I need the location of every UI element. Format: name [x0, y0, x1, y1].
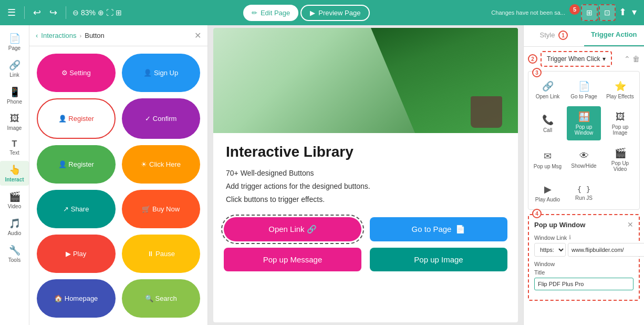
popup-video-icon: 🎬 — [615, 147, 626, 159]
action-run-js[interactable]: { } Run JS — [567, 179, 601, 207]
buy-now-button[interactable]: 🛒 Buy Now — [122, 190, 201, 228]
register-outline-button[interactable]: 👤 Register — [37, 98, 116, 139]
canvas-popup-image-button[interactable]: Pop up Image — [370, 248, 507, 271]
canvas-image — [213, 28, 518, 133]
hamburger-icon[interactable]: ☰ — [5, 5, 18, 21]
action-show-hide[interactable]: 👁 Show/Hide — [567, 143, 601, 177]
sidebar-item-page[interactable]: 📄 Page — [0, 29, 29, 54]
sidebar-item-phone[interactable]: 📱 Phone — [0, 83, 29, 108]
trigger-dropdown[interactable]: Trigger When Click ▾ — [541, 51, 612, 67]
confirm-button[interactable]: ✓ Confirm — [122, 98, 201, 139]
toolbar-action-icons: 5 ⊞ ⊡ ⬆ ▾ — [569, 4, 639, 21]
breadcrumb-parent[interactable]: Interactions — [41, 32, 76, 39]
badge-3: 3 — [532, 68, 542, 77]
popup-section-header: Pop up Window ✕ — [534, 220, 633, 229]
canvas-text-area: Interactive Library 70+ Well-designed Bu… — [213, 133, 518, 217]
main-area: 📄 Page 🔗 Link 📱 Phone 🖼 Image T Text 👆 I… — [0, 25, 644, 325]
image-icon: 🖼 — [10, 113, 19, 124]
pause-button[interactable]: ⏸ Pause — [122, 235, 201, 273]
window-link-row: https:// — [534, 243, 633, 257]
trigger-section: 2 Trigger When Click ▾ ⌃ 🗑 3 🔗 Open Li — [524, 47, 644, 309]
trigger-header-icons: ⌃ 🗑 — [624, 55, 640, 63]
action-popup-window[interactable]: 🪟 Pop up Window — [567, 106, 601, 140]
sidebar-item-tools[interactable]: 🔧 Tools — [0, 241, 29, 266]
collapse-icon[interactable]: ⌃ — [624, 55, 630, 63]
toolbar-center: ✏ Edit Page ▶ Preview Page — [126, 5, 487, 21]
url-input[interactable] — [568, 243, 644, 257]
text-icon: T — [12, 139, 17, 149]
redo-icon[interactable]: ↪ — [47, 5, 59, 21]
open-link-icon: 🔗 — [542, 80, 554, 92]
edit-icon: ✏ — [252, 9, 257, 17]
badge-2: 2 — [528, 54, 537, 64]
canvas-popup-message-button[interactable]: Pop up Message — [224, 248, 361, 271]
undo-icon[interactable]: ↩ — [31, 5, 43, 21]
tab-style[interactable]: Style 1 — [524, 25, 584, 46]
popup-window-title: Pop up Window — [534, 221, 585, 229]
title-input[interactable] — [534, 278, 633, 290]
action-call[interactable]: 📞 Call — [531, 106, 565, 140]
dropdown-arrow: ▾ — [603, 55, 606, 63]
click-here-button[interactable]: ☀ Click Here — [122, 145, 201, 184]
popup-window-icon: 🪟 — [578, 111, 590, 123]
badge-4: 4 — [532, 209, 542, 218]
zoom-in-icon[interactable]: ⊕ — [98, 8, 104, 17]
zoom-out-icon[interactable]: ⊖ — [72, 8, 79, 17]
sidebar-close-icon[interactable]: ✕ — [194, 31, 201, 40]
show-hide-icon: 👁 — [579, 150, 589, 161]
interact-icon: 👆 — [9, 164, 20, 176]
canvas-buttons-row-2: Pop up Message Pop up Image — [213, 248, 518, 271]
action-play-audio[interactable]: ▶ Play Audio — [531, 179, 565, 207]
share-icon[interactable]: ⬆ — [617, 4, 629, 21]
popup-image-icon: 🖼 — [616, 111, 625, 123]
canvas-area: Interactive Library 70+ Well-designed Bu… — [208, 25, 523, 325]
homepage-button[interactable]: 🏠 Homepage — [37, 279, 116, 318]
sidebar-header: ‹ Interactions › Button ✕ — [29, 25, 207, 46]
left-nav: 📄 Page 🔗 Link 📱 Phone 🖼 Image T Text 👆 I… — [0, 25, 29, 325]
delete-icon[interactable]: 🗑 — [632, 55, 640, 63]
action-popup-image[interactable]: 🖼 Pop up Image — [603, 106, 637, 140]
window-label: Window — [534, 261, 633, 267]
share-button[interactable]: ↗ Share — [37, 190, 116, 228]
sidebar-item-text[interactable]: T Text — [0, 136, 29, 159]
grid-icon[interactable]: ⊞ — [116, 8, 122, 17]
action-grid: 🔗 Open Link 📄 Go to Page ⭐ Play Effects … — [528, 71, 640, 210]
setting-button[interactable]: ⚙ Setting — [37, 54, 116, 92]
fit-screen-icon[interactable]: ⛶ — [106, 8, 113, 17]
edit-page-button[interactable]: ✏ Edit Page — [243, 5, 298, 21]
call-icon: 📞 — [542, 114, 554, 126]
action-popup-video[interactable]: 🎬 Pop Up Video — [603, 143, 637, 177]
action-play-effects[interactable]: ⭐ Play Effects — [603, 76, 637, 104]
canvas-go-to-page-button[interactable]: Go to Page 📄 — [370, 217, 507, 241]
divider-2 — [66, 6, 66, 19]
search-button[interactable]: 🔍 Search — [122, 279, 201, 318]
canvas-desc: 70+ Well-designed Buttons Add trigger ac… — [226, 167, 505, 207]
popup-close-button[interactable]: ✕ — [627, 220, 633, 229]
signup-button[interactable]: 👤 Sign Up — [122, 54, 201, 92]
page-icon: 📄 — [9, 33, 20, 44]
right-panel-tabs: Style 1 Trigger Action — [524, 25, 644, 47]
go-to-page-icon: 📄 — [578, 80, 590, 92]
sidebar-item-audio[interactable]: 🎵 Audio — [0, 215, 29, 239]
canvas-open-link-button[interactable]: Open Link 🔗 — [224, 217, 361, 241]
toolbar-left: ☰ ↩ ↪ ⊖ 83% ⊕ ⛶ ⊞ — [5, 5, 122, 21]
play-button[interactable]: ▶ Play — [37, 235, 116, 273]
action-open-link[interactable]: 🔗 Open Link — [531, 76, 565, 104]
responsive-icon[interactable]: ⊞ — [581, 4, 598, 21]
sidebar-item-video[interactable]: 🎬 Video — [0, 188, 29, 212]
protocol-select[interactable]: https:// — [534, 243, 566, 257]
action-go-to-page[interactable]: 📄 Go to Page — [567, 76, 601, 104]
sidebar-item-link[interactable]: 🔗 Link — [0, 56, 29, 81]
sidebar-panel: ‹ Interactions › Button ✕ ⚙ Setting 👤 Si… — [29, 25, 208, 325]
tools-icon: 🔧 — [9, 245, 20, 256]
sidebar-item-interact[interactable]: 👆 Interact — [0, 161, 29, 186]
action-popup-msg[interactable]: ✉ Pop up Msg — [531, 143, 565, 177]
sidebar-item-image[interactable]: 🖼 Image — [0, 110, 29, 134]
more-icon[interactable]: ▾ — [630, 4, 639, 21]
breadcrumb-current: Button — [85, 32, 105, 39]
device-preview-icon[interactable]: ⊡ — [599, 4, 616, 21]
preview-page-button[interactable]: ▶ Preview Page — [300, 5, 370, 21]
tab-trigger-action[interactable]: Trigger Action — [584, 25, 645, 46]
register-filled-button[interactable]: 👤 Register — [37, 145, 116, 184]
video-icon: 🎬 — [9, 191, 20, 202]
